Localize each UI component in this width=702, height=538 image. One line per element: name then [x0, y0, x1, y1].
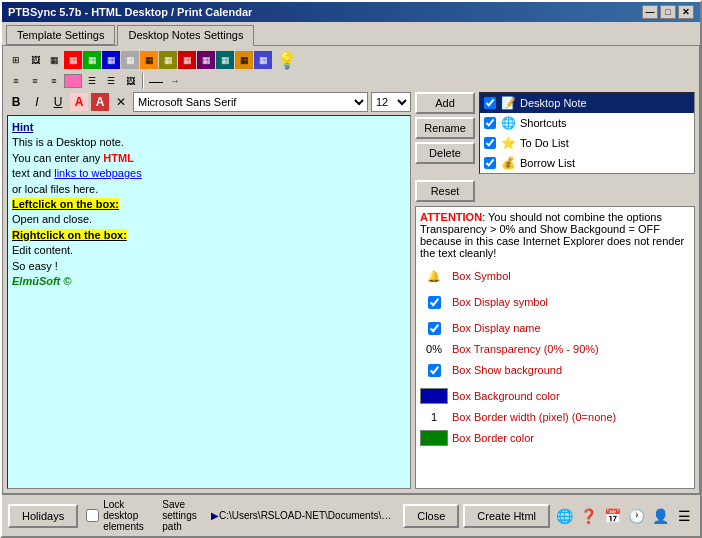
insert-image-btn[interactable]: 🖼: [121, 72, 139, 90]
notes-list[interactable]: 📝 Desktop Note 🌐 Shortcuts ⭐ To Do List: [479, 92, 695, 174]
title-bar-buttons: — □ ✕: [642, 5, 694, 19]
tab-template[interactable]: Template Settings: [6, 25, 115, 45]
hint-label: Hint: [12, 121, 33, 133]
bg-color-swatch[interactable]: [420, 388, 448, 404]
tab-desktop[interactable]: Desktop Notes Settings: [117, 25, 254, 46]
window-title: PTBSync 5.7b - HTML Desktop / Print Cale…: [8, 6, 252, 18]
bottom-right: Close Create Html 🌐 ❓ 📅 🕐 👤 ☰: [403, 504, 694, 528]
left-panel: B I U A A ✕ Microsoft Sans Serif 12 Hint: [7, 92, 411, 489]
underline-btn[interactable]: U: [49, 93, 67, 111]
chk-desktop-note[interactable]: [484, 97, 496, 109]
setting-border-width: 1 Box Border width (pixel) (0=none): [420, 409, 690, 425]
setting-bg-color: Box Background color: [420, 383, 690, 409]
elmsoft-label: ElmūSoft ©: [12, 275, 71, 287]
label-box-symbol: Box Symbol: [452, 270, 690, 282]
label-border-width: Box Border width (pixel) (0=none): [452, 411, 690, 423]
tb-icon-3[interactable]: ▦: [45, 51, 63, 69]
editor-line-8: Edit content.: [12, 244, 73, 256]
editor-line-6: Open and close.: [12, 213, 92, 225]
list-item-desktop-note[interactable]: 📝 Desktop Note: [480, 93, 694, 113]
add-button[interactable]: Add: [415, 92, 475, 114]
chk-todo[interactable]: [484, 137, 496, 149]
label-bg-color: Box Background color: [452, 390, 690, 402]
align-center-btn[interactable]: ≡: [26, 72, 44, 90]
lock-checkbox[interactable]: [86, 509, 99, 522]
list-item-shortcuts[interactable]: 🌐 Shortcuts: [480, 113, 694, 133]
chk-display-symbol[interactable]: [428, 296, 441, 309]
tb-icon-6[interactable]: ▦: [102, 51, 120, 69]
label-transparency: Box Transparency (0% - 90%): [452, 343, 690, 355]
chk-display-name[interactable]: [428, 322, 441, 335]
reset-button[interactable]: Reset: [415, 180, 475, 202]
rename-button[interactable]: Rename: [415, 117, 475, 139]
holidays-button[interactable]: Holidays: [8, 504, 78, 528]
tb-icon-5[interactable]: ▦: [83, 51, 101, 69]
list-item-todo[interactable]: ⭐ To Do List: [480, 133, 694, 153]
border-color-swatch[interactable]: [420, 430, 448, 446]
align-right-btn[interactable]: ≡: [45, 72, 63, 90]
chk-borrow[interactable]: [484, 157, 496, 169]
tb-icon-7[interactable]: ▦: [121, 51, 139, 69]
create-html-button[interactable]: Create Html: [463, 504, 550, 528]
status-user-icon[interactable]: 👤: [650, 506, 670, 526]
status-globe-icon[interactable]: 🌐: [554, 506, 574, 526]
tb-icon-9[interactable]: ▦: [159, 51, 177, 69]
dash-btn[interactable]: —: [147, 72, 165, 90]
minimize-button[interactable]: —: [642, 5, 658, 19]
dark-a-btn[interactable]: A: [91, 93, 109, 111]
setting-border-color: Box Border color: [420, 425, 690, 451]
editor-line-2: You can enter any HTML: [12, 152, 134, 164]
tb-icon-2[interactable]: 🖼: [26, 51, 44, 69]
font-select[interactable]: Microsoft Sans Serif: [133, 92, 368, 112]
setting-box-symbol: 🔔 Box Symbol: [420, 263, 690, 289]
editor-line-1: This is a Desktop note.: [12, 136, 124, 148]
border-color-swatch-wrap: [420, 427, 448, 449]
status-help-icon[interactable]: ❓: [578, 506, 598, 526]
chk-show-bg[interactable]: [428, 364, 441, 377]
tab-bar: Template Settings Desktop Notes Settings: [2, 22, 700, 45]
maximize-button[interactable]: □: [660, 5, 676, 19]
tab-content-desktop: ⊞ 🖼 ▦ ▦ ▦ ▦ ▦ ▦ ▦ ▦ ▦ ▦ ▦ ▦ 💡 ≡ ≡ ≡: [2, 45, 700, 494]
list-item-borrow[interactable]: 💰 Borrow List: [480, 153, 694, 173]
bottom-center: Lock desktop elements Save settings path…: [78, 499, 403, 532]
bold-btn[interactable]: B: [7, 93, 25, 111]
close-button[interactable]: Close: [403, 504, 459, 528]
status-calendar-icon[interactable]: 📅: [602, 506, 622, 526]
rightclick-label: Rightclick on the box:: [12, 229, 127, 241]
links-link[interactable]: links to webpages: [54, 167, 141, 179]
clear-format-btn[interactable]: ✕: [112, 93, 130, 111]
chk-show-bg-wrap: [420, 359, 448, 381]
tb-icon-13[interactable]: ▦: [235, 51, 253, 69]
tb-icon-1[interactable]: ⊞: [7, 51, 25, 69]
italic-btn[interactable]: I: [28, 93, 46, 111]
red-a-btn[interactable]: A: [70, 93, 88, 111]
tb-icon-11[interactable]: ▦: [197, 51, 215, 69]
text-editor[interactable]: Hint This is a Desktop note. You can ent…: [7, 115, 411, 489]
bottom-left: Holidays: [8, 504, 78, 528]
attention-text: ATTENTION: You should not combine the op…: [420, 211, 690, 259]
editor-line-9: So easy !: [12, 260, 58, 272]
align-left-btn[interactable]: ≡: [7, 72, 25, 90]
tb-icon-14[interactable]: ▦: [254, 51, 272, 69]
html-label: HTML: [103, 152, 134, 164]
editor-line-3: text and links to webpages: [12, 167, 142, 179]
delete-button[interactable]: Delete: [415, 142, 475, 164]
chk-shortcuts[interactable]: [484, 117, 496, 129]
tb-icon-10[interactable]: ▦: [178, 51, 196, 69]
arrow-btn[interactable]: →: [166, 72, 184, 90]
reset-row: Reset: [415, 180, 695, 202]
list-btn-2[interactable]: ☰: [102, 72, 120, 90]
close-button[interactable]: ✕: [678, 5, 694, 19]
size-select[interactable]: 12: [371, 92, 411, 112]
chk-display-name-wrap: [420, 317, 448, 339]
status-menu-icon[interactable]: ☰: [674, 506, 694, 526]
setting-show-bg: Box Show background: [420, 357, 690, 383]
tb-icon-12[interactable]: ▦: [216, 51, 234, 69]
tb-icon-8[interactable]: ▦: [140, 51, 158, 69]
list-btn-1[interactable]: ☰: [83, 72, 101, 90]
label-desktop-note: Desktop Note: [520, 97, 587, 109]
settings-box[interactable]: ATTENTION: You should not combine the op…: [415, 206, 695, 489]
status-clock-icon[interactable]: 🕐: [626, 506, 646, 526]
tb-icon-4[interactable]: ▦: [64, 51, 82, 69]
highlight-color-btn[interactable]: [64, 74, 82, 88]
